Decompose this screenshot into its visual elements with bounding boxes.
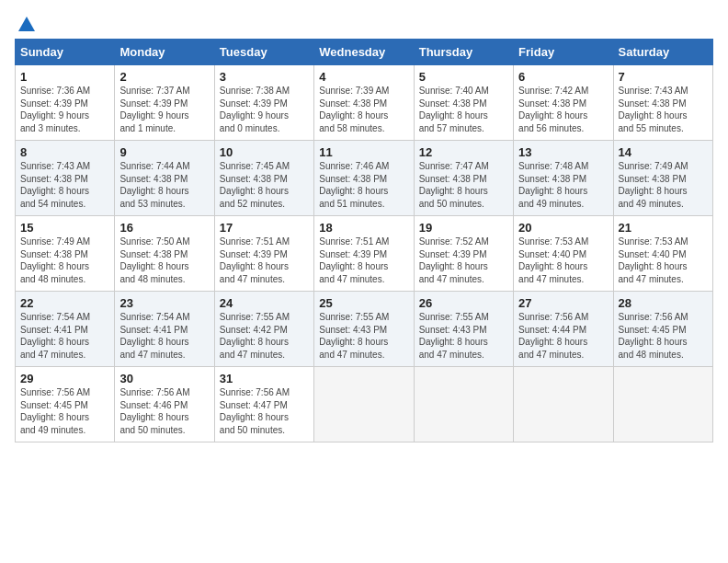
day-info: Sunrise: 7:46 AMSunset: 4:38 PMDaylight:… bbox=[319, 161, 389, 209]
day-number: 22 bbox=[20, 296, 109, 310]
calendar-cell: 19 Sunrise: 7:52 AMSunset: 4:39 PMDaylig… bbox=[414, 216, 513, 292]
day-number: 25 bbox=[319, 296, 408, 310]
day-info: Sunrise: 7:47 AMSunset: 4:38 PMDaylight:… bbox=[419, 161, 489, 209]
weekday-header-friday: Friday bbox=[514, 40, 613, 65]
page: SundayMondayTuesdayWednesdayThursdayFrid… bbox=[0, 0, 728, 563]
calendar-cell: 31 Sunrise: 7:56 AMSunset: 4:47 PMDaylig… bbox=[214, 367, 313, 442]
day-info: Sunrise: 7:49 AMSunset: 4:38 PMDaylight:… bbox=[20, 236, 90, 284]
svg-marker-0 bbox=[18, 17, 35, 31]
logo-text bbox=[15, 15, 37, 35]
day-info: Sunrise: 7:53 AMSunset: 4:40 PMDaylight:… bbox=[619, 236, 688, 284]
day-info: Sunrise: 7:55 AMSunset: 4:43 PMDaylight:… bbox=[319, 312, 389, 360]
week-row-4: 22 Sunrise: 7:54 AMSunset: 4:41 PMDaylig… bbox=[16, 292, 713, 367]
calendar-cell: 3 Sunrise: 7:38 AMSunset: 4:39 PMDayligh… bbox=[214, 65, 313, 141]
calendar-cell: 24 Sunrise: 7:55 AMSunset: 4:42 PMDaylig… bbox=[214, 292, 313, 367]
day-info: Sunrise: 7:39 AMSunset: 4:38 PMDaylight:… bbox=[319, 86, 389, 133]
calendar-cell: 20 Sunrise: 7:53 AMSunset: 4:40 PMDaylig… bbox=[514, 216, 613, 292]
day-number: 31 bbox=[220, 372, 309, 385]
calendar-cell: 7 Sunrise: 7:43 AMSunset: 4:38 PMDayligh… bbox=[613, 65, 712, 141]
day-info: Sunrise: 7:56 AMSunset: 4:45 PMDaylight:… bbox=[619, 312, 688, 360]
day-info: Sunrise: 7:43 AMSunset: 4:38 PMDaylight:… bbox=[20, 161, 90, 209]
day-number: 18 bbox=[319, 221, 408, 235]
calendar-cell: 9 Sunrise: 7:44 AMSunset: 4:38 PMDayligh… bbox=[115, 141, 214, 216]
day-info: Sunrise: 7:55 AMSunset: 4:43 PMDaylight:… bbox=[419, 312, 489, 360]
calendar-cell: 1 Sunrise: 7:36 AMSunset: 4:39 PMDayligh… bbox=[16, 65, 115, 141]
day-info: Sunrise: 7:51 AMSunset: 4:39 PMDaylight:… bbox=[319, 236, 389, 284]
calendar-cell: 8 Sunrise: 7:43 AMSunset: 4:38 PMDayligh… bbox=[16, 141, 115, 216]
day-number: 7 bbox=[619, 70, 708, 84]
calendar-cell: 11 Sunrise: 7:46 AMSunset: 4:38 PMDaylig… bbox=[314, 141, 414, 216]
day-number: 24 bbox=[220, 296, 309, 310]
calendar-cell: 18 Sunrise: 7:51 AMSunset: 4:39 PMDaylig… bbox=[314, 216, 414, 292]
day-info: Sunrise: 7:56 AMSunset: 4:44 PMDaylight:… bbox=[518, 312, 588, 360]
day-info: Sunrise: 7:44 AMSunset: 4:38 PMDaylight:… bbox=[119, 161, 189, 209]
day-number: 1 bbox=[20, 70, 109, 84]
day-number: 13 bbox=[518, 145, 608, 159]
calendar-cell: 16 Sunrise: 7:50 AMSunset: 4:38 PMDaylig… bbox=[115, 216, 214, 292]
day-number: 26 bbox=[419, 296, 508, 310]
day-number: 28 bbox=[619, 296, 708, 310]
day-number: 4 bbox=[319, 70, 408, 84]
day-number: 3 bbox=[220, 70, 309, 84]
calendar-cell: 13 Sunrise: 7:48 AMSunset: 4:38 PMDaylig… bbox=[514, 141, 613, 216]
calendar-cell: 5 Sunrise: 7:40 AMSunset: 4:38 PMDayligh… bbox=[414, 65, 513, 141]
week-row-5: 29 Sunrise: 7:56 AMSunset: 4:45 PMDaylig… bbox=[16, 367, 713, 442]
day-info: Sunrise: 7:53 AMSunset: 4:40 PMDaylight:… bbox=[518, 236, 588, 284]
calendar-cell: 26 Sunrise: 7:55 AMSunset: 4:43 PMDaylig… bbox=[414, 292, 513, 367]
calendar-cell bbox=[613, 367, 712, 442]
day-info: Sunrise: 7:52 AMSunset: 4:39 PMDaylight:… bbox=[419, 236, 489, 284]
calendar-cell: 14 Sunrise: 7:49 AMSunset: 4:38 PMDaylig… bbox=[613, 141, 712, 216]
week-row-3: 15 Sunrise: 7:49 AMSunset: 4:38 PMDaylig… bbox=[16, 216, 713, 292]
day-number: 2 bbox=[119, 70, 209, 84]
weekday-header-tuesday: Tuesday bbox=[214, 40, 313, 65]
week-row-2: 8 Sunrise: 7:43 AMSunset: 4:38 PMDayligh… bbox=[16, 141, 713, 216]
day-info: Sunrise: 7:48 AMSunset: 4:38 PMDaylight:… bbox=[518, 161, 588, 209]
calendar-cell: 30 Sunrise: 7:56 AMSunset: 4:46 PMDaylig… bbox=[115, 367, 214, 442]
week-row-1: 1 Sunrise: 7:36 AMSunset: 4:39 PMDayligh… bbox=[16, 65, 713, 141]
day-info: Sunrise: 7:55 AMSunset: 4:42 PMDaylight:… bbox=[220, 312, 290, 360]
day-number: 12 bbox=[419, 145, 508, 159]
day-info: Sunrise: 7:49 AMSunset: 4:38 PMDaylight:… bbox=[619, 161, 688, 209]
day-info: Sunrise: 7:54 AMSunset: 4:41 PMDaylight:… bbox=[119, 312, 189, 360]
day-info: Sunrise: 7:56 AMSunset: 4:45 PMDaylight:… bbox=[20, 387, 90, 435]
day-number: 5 bbox=[419, 70, 508, 84]
day-info: Sunrise: 7:37 AMSunset: 4:39 PMDaylight:… bbox=[119, 86, 189, 133]
day-info: Sunrise: 7:54 AMSunset: 4:41 PMDaylight:… bbox=[20, 312, 90, 360]
day-number: 11 bbox=[319, 145, 408, 159]
calendar-cell: 28 Sunrise: 7:56 AMSunset: 4:45 PMDaylig… bbox=[613, 292, 712, 367]
weekday-header-row: SundayMondayTuesdayWednesdayThursdayFrid… bbox=[16, 40, 713, 65]
day-info: Sunrise: 7:43 AMSunset: 4:38 PMDaylight:… bbox=[619, 86, 688, 133]
calendar-cell: 23 Sunrise: 7:54 AMSunset: 4:41 PMDaylig… bbox=[115, 292, 214, 367]
day-number: 17 bbox=[220, 221, 309, 235]
logo-area bbox=[15, 15, 37, 31]
day-number: 30 bbox=[119, 372, 209, 385]
day-number: 15 bbox=[20, 221, 109, 235]
logo-icon bbox=[17, 15, 37, 35]
day-info: Sunrise: 7:38 AMSunset: 4:39 PMDaylight:… bbox=[220, 86, 290, 133]
calendar-cell: 21 Sunrise: 7:53 AMSunset: 4:40 PMDaylig… bbox=[613, 216, 712, 292]
day-info: Sunrise: 7:45 AMSunset: 4:38 PMDaylight:… bbox=[220, 161, 290, 209]
calendar-cell bbox=[414, 367, 513, 442]
day-number: 10 bbox=[220, 145, 309, 159]
calendar-cell: 15 Sunrise: 7:49 AMSunset: 4:38 PMDaylig… bbox=[16, 216, 115, 292]
calendar-cell: 10 Sunrise: 7:45 AMSunset: 4:38 PMDaylig… bbox=[214, 141, 313, 216]
day-info: Sunrise: 7:36 AMSunset: 4:39 PMDaylight:… bbox=[20, 86, 90, 133]
day-number: 20 bbox=[518, 221, 608, 235]
day-number: 8 bbox=[20, 145, 109, 159]
weekday-header-saturday: Saturday bbox=[613, 40, 712, 65]
day-info: Sunrise: 7:50 AMSunset: 4:38 PMDaylight:… bbox=[119, 236, 189, 284]
weekday-header-monday: Monday bbox=[115, 40, 214, 65]
calendar-cell: 12 Sunrise: 7:47 AMSunset: 4:38 PMDaylig… bbox=[414, 141, 513, 216]
day-number: 23 bbox=[119, 296, 209, 310]
weekday-header-thursday: Thursday bbox=[414, 40, 513, 65]
day-info: Sunrise: 7:40 AMSunset: 4:38 PMDaylight:… bbox=[419, 86, 489, 133]
day-number: 27 bbox=[518, 296, 608, 310]
calendar-cell bbox=[314, 367, 414, 442]
day-number: 19 bbox=[419, 221, 508, 235]
calendar-cell: 6 Sunrise: 7:42 AMSunset: 4:38 PMDayligh… bbox=[514, 65, 613, 141]
calendar-cell bbox=[514, 367, 613, 442]
day-info: Sunrise: 7:42 AMSunset: 4:38 PMDaylight:… bbox=[518, 86, 588, 133]
day-number: 6 bbox=[518, 70, 608, 84]
day-number: 9 bbox=[119, 145, 209, 159]
calendar: SundayMondayTuesdayWednesdayThursdayFrid… bbox=[15, 39, 713, 442]
